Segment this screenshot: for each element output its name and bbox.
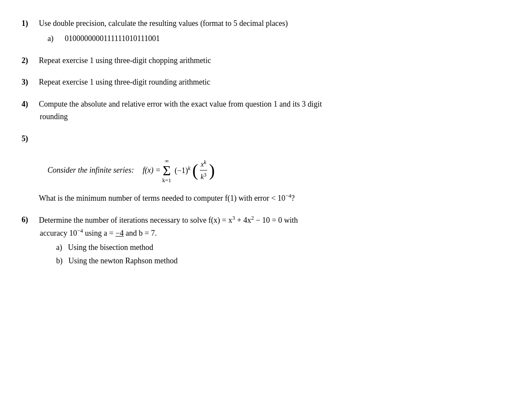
q5-sigma: ∞ Σ k=1 xyxy=(162,158,171,183)
question-5: 5) Consider the infinite series: f(x) = … xyxy=(22,133,496,205)
q5-fraction: xk k3 xyxy=(200,158,208,183)
q5-frac-num-exp: k xyxy=(204,159,206,165)
q3-text: Repeat exercise 1 using three-digit roun… xyxy=(39,76,496,88)
q5-sigma-symbol: Σ xyxy=(163,164,171,177)
q6-line2: accuracy 10−4 using a = −4 and b = 7. xyxy=(40,227,496,240)
q3-number: 3) xyxy=(22,76,39,88)
q5-term-exp: k xyxy=(188,165,191,171)
q2-text: Repeat exercise 1 using three-digit chop… xyxy=(39,54,496,67)
q4-continuation: rounding xyxy=(40,111,496,123)
q5-fraction-den: k3 xyxy=(200,171,208,183)
q4-rounding: rounding xyxy=(40,112,68,121)
q1-text: Use double precision, calculate the resu… xyxy=(39,17,496,30)
q5-term-base: (−1)k xyxy=(174,164,190,177)
q6-sub-b-label: b) xyxy=(56,256,66,265)
page-content: 1) Use double precision, calculate the r… xyxy=(22,17,496,267)
question-2: 2) Repeat exercise 1 using three-digit c… xyxy=(22,54,496,67)
q5-frac-den-exp: 3 xyxy=(204,171,207,178)
q5-paren-close: ) xyxy=(209,163,215,178)
q5-formula: f(x) = ∞ Σ k=1 (−1)k ( xk k3 ) xyxy=(142,158,215,183)
q5-fraction-num: xk xyxy=(200,158,207,171)
q6-sub-b-text: Using the newton Raphson method xyxy=(69,256,178,265)
q5-formula-block: Consider the infinite series: f(x) = ∞ Σ… xyxy=(47,158,496,183)
q6-sub-a-text: Using the bisection method xyxy=(68,243,153,252)
q6-text: Determine the number of iterations neces… xyxy=(39,214,496,227)
q5-question: What is the minimum number of terms need… xyxy=(39,192,496,205)
q5-formula-intro: Consider the infinite series: xyxy=(47,164,134,177)
question-4: 4) Compute the absolute and relative err… xyxy=(22,98,496,123)
q5-fx-label: f(x) = xyxy=(142,164,161,177)
q1-number: 1) xyxy=(22,17,39,30)
q5-error-exp: −4 xyxy=(285,193,291,199)
q5-number: 5) xyxy=(22,133,39,145)
q4-number: 4) xyxy=(22,98,39,111)
q6-accuracy: accuracy 10−4 using a = −4 and b = 7. xyxy=(40,229,157,237)
q4-text: Compute the absolute and relative error … xyxy=(39,98,496,111)
question-3: 3) Repeat exercise 1 using three-digit r… xyxy=(22,76,496,88)
q6-sub-a: a) Using the bisection method xyxy=(56,241,496,254)
q5-sigma-bottom: k=1 xyxy=(162,177,171,183)
q5-question-text: What is the minimum number of terms need… xyxy=(39,194,295,202)
q6-x2-exp: 2 xyxy=(251,215,254,221)
q6-acc-exp: −4 xyxy=(77,227,83,234)
q1-sub-a-label: a) xyxy=(47,32,60,45)
question-1: 1) Use double precision, calculate the r… xyxy=(22,17,496,45)
q1-binary: 0100000000111111010111001 xyxy=(65,32,160,45)
q6-a-value: −4 xyxy=(115,229,123,237)
q6-x3-exp: 3 xyxy=(232,215,235,221)
q2-number: 2) xyxy=(22,54,39,67)
q6-number: 6) xyxy=(22,214,39,226)
q1-sub-a: a) 0100000000111111010111001 xyxy=(47,32,496,45)
q6-sub-a-label: a) xyxy=(56,243,66,252)
question-6: 6) Determine the number of iterations ne… xyxy=(22,214,496,267)
q5-paren-open: ( xyxy=(192,163,198,178)
q6-sub-b: b) Using the newton Raphson method xyxy=(56,255,496,267)
